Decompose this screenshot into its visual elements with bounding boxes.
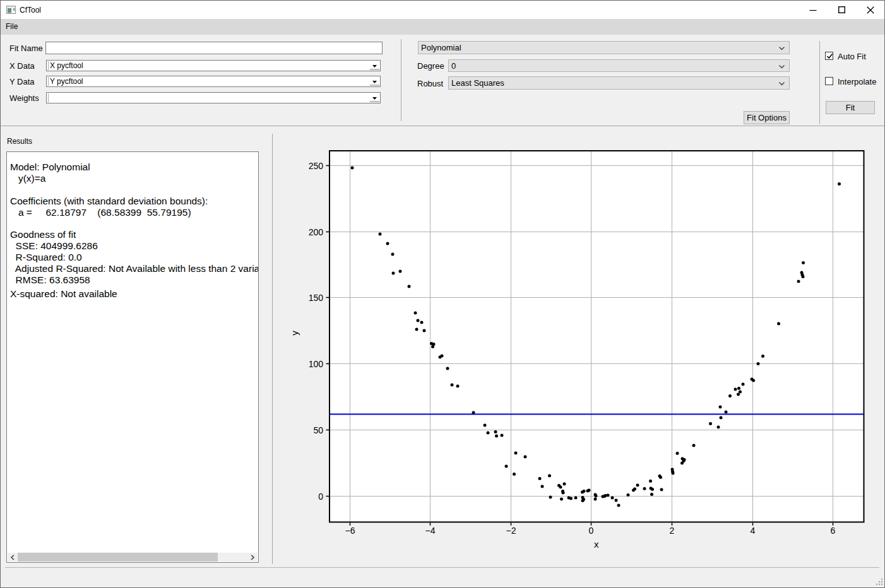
- svg-text:0: 0: [589, 526, 594, 536]
- svg-text:150: 150: [309, 293, 324, 303]
- svg-text:2: 2: [670, 526, 675, 536]
- svg-text:4: 4: [751, 526, 756, 536]
- svg-text:200: 200: [309, 227, 324, 237]
- svg-text:6: 6: [831, 526, 836, 536]
- svg-text:−4: −4: [425, 526, 436, 536]
- svg-text:0: 0: [318, 491, 323, 502]
- svg-text:100: 100: [309, 359, 324, 369]
- svg-text:−2: −2: [506, 526, 516, 536]
- svg-text:−6: −6: [345, 526, 355, 536]
- svg-text:50: 50: [313, 425, 323, 435]
- svg-text:y: y: [289, 331, 300, 336]
- svg-text:x: x: [594, 539, 599, 550]
- svg-text:250: 250: [309, 161, 324, 171]
